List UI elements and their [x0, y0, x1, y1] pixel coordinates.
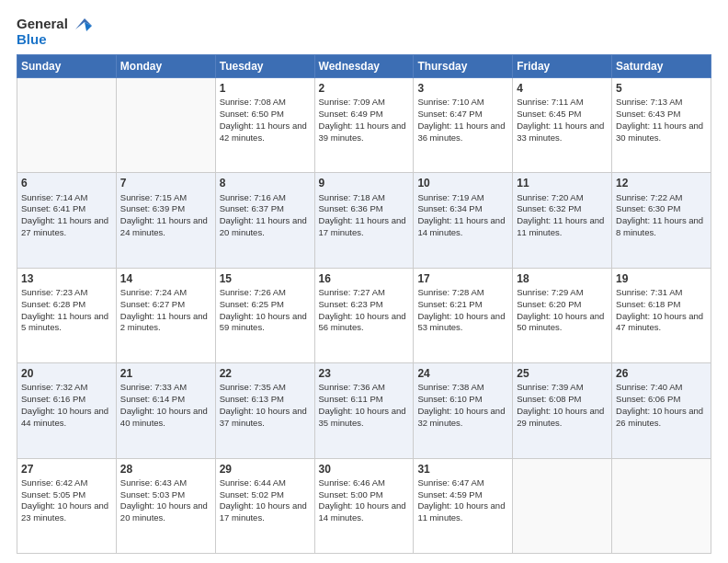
week-row-2: 6Sunrise: 7:14 AM Sunset: 6:41 PM Daylig… — [17, 173, 711, 268]
day-info: Sunrise: 7:38 AM Sunset: 6:10 PM Dayligh… — [417, 382, 508, 429]
calendar-cell — [116, 78, 215, 173]
day-number: 16 — [319, 271, 410, 286]
calendar-cell: 20Sunrise: 7:32 AM Sunset: 6:16 PM Dayli… — [17, 363, 117, 458]
calendar-cell: 7Sunrise: 7:15 AM Sunset: 6:39 PM Daylig… — [116, 173, 215, 268]
calendar-cell: 13Sunrise: 7:23 AM Sunset: 6:28 PM Dayli… — [17, 268, 117, 362]
day-number: 15 — [220, 271, 311, 286]
calendar-header-row: SundayMondayTuesdayWednesdayThursdayFrid… — [17, 55, 711, 78]
calendar-cell: 15Sunrise: 7:26 AM Sunset: 6:25 PM Dayli… — [215, 268, 314, 362]
calendar-cell: 29Sunrise: 6:44 AM Sunset: 5:02 PM Dayli… — [215, 458, 314, 553]
day-number: 9 — [319, 176, 410, 190]
calendar-cell: 1Sunrise: 7:08 AM Sunset: 6:50 PM Daylig… — [215, 78, 314, 173]
calendar-cell: 4Sunrise: 7:11 AM Sunset: 6:45 PM Daylig… — [513, 78, 612, 173]
day-number: 30 — [319, 462, 410, 477]
day-info: Sunrise: 6:44 AM Sunset: 5:02 PM Dayligh… — [220, 477, 311, 524]
day-info: Sunrise: 7:29 AM Sunset: 6:20 PM Dayligh… — [517, 287, 608, 334]
page: General Blue SundayMondayTuesdayWednesda… — [0, 0, 728, 563]
calendar-cell: 6Sunrise: 7:14 AM Sunset: 6:41 PM Daylig… — [17, 173, 117, 268]
calendar-cell — [612, 458, 711, 553]
day-info: Sunrise: 7:31 AM Sunset: 6:18 PM Dayligh… — [616, 287, 707, 334]
col-header-monday: Monday — [116, 55, 215, 78]
calendar-cell: 28Sunrise: 6:43 AM Sunset: 5:03 PM Dayli… — [116, 458, 215, 553]
day-number: 13 — [21, 271, 112, 286]
week-row-3: 13Sunrise: 7:23 AM Sunset: 6:28 PM Dayli… — [17, 268, 711, 362]
logo-general: General — [17, 17, 94, 32]
calendar-cell: 14Sunrise: 7:24 AM Sunset: 6:27 PM Dayli… — [116, 268, 215, 362]
day-info: Sunrise: 7:28 AM Sunset: 6:21 PM Dayligh… — [417, 287, 508, 334]
col-header-tuesday: Tuesday — [215, 55, 314, 78]
calendar-cell: 18Sunrise: 7:29 AM Sunset: 6:20 PM Dayli… — [513, 268, 612, 362]
day-info: Sunrise: 7:10 AM Sunset: 6:47 PM Dayligh… — [417, 97, 508, 144]
calendar-cell: 25Sunrise: 7:39 AM Sunset: 6:08 PM Dayli… — [513, 363, 612, 458]
day-info: Sunrise: 7:36 AM Sunset: 6:11 PM Dayligh… — [319, 382, 410, 429]
col-header-thursday: Thursday — [414, 55, 513, 78]
calendar-cell: 5Sunrise: 7:13 AM Sunset: 6:43 PM Daylig… — [612, 78, 711, 173]
col-header-friday: Friday — [513, 55, 612, 78]
day-info: Sunrise: 7:09 AM Sunset: 6:49 PM Dayligh… — [319, 97, 410, 144]
calendar-cell: 12Sunrise: 7:22 AM Sunset: 6:30 PM Dayli… — [612, 173, 711, 268]
calendar-cell: 8Sunrise: 7:16 AM Sunset: 6:37 PM Daylig… — [215, 173, 314, 268]
day-info: Sunrise: 7:39 AM Sunset: 6:08 PM Dayligh… — [517, 382, 608, 429]
calendar-cell: 9Sunrise: 7:18 AM Sunset: 6:36 PM Daylig… — [314, 173, 414, 268]
logo-bird-icon — [74, 18, 94, 31]
calendar-cell: 24Sunrise: 7:38 AM Sunset: 6:10 PM Dayli… — [414, 363, 513, 458]
day-number: 14 — [120, 271, 211, 286]
day-info: Sunrise: 7:40 AM Sunset: 6:06 PM Dayligh… — [616, 382, 707, 429]
day-number: 7 — [120, 176, 211, 190]
day-number: 23 — [319, 366, 410, 381]
calendar-cell — [17, 78, 117, 173]
day-info: Sunrise: 7:33 AM Sunset: 6:14 PM Dayligh… — [120, 382, 211, 429]
day-info: Sunrise: 7:16 AM Sunset: 6:37 PM Dayligh… — [220, 192, 311, 239]
calendar-cell: 21Sunrise: 7:33 AM Sunset: 6:14 PM Dayli… — [116, 363, 215, 458]
calendar-cell: 23Sunrise: 7:36 AM Sunset: 6:11 PM Dayli… — [314, 363, 414, 458]
calendar-cell: 26Sunrise: 7:40 AM Sunset: 6:06 PM Dayli… — [612, 363, 711, 458]
day-number: 8 — [220, 176, 311, 190]
day-number: 12 — [616, 176, 707, 190]
day-info: Sunrise: 7:23 AM Sunset: 6:28 PM Dayligh… — [21, 287, 112, 334]
day-info: Sunrise: 7:08 AM Sunset: 6:50 PM Dayligh… — [220, 97, 311, 144]
day-number: 1 — [220, 81, 311, 96]
day-info: Sunrise: 7:14 AM Sunset: 6:41 PM Dayligh… — [21, 192, 112, 239]
header: General Blue — [17, 17, 711, 47]
day-number: 5 — [616, 81, 707, 96]
calendar-cell: 22Sunrise: 7:35 AM Sunset: 6:13 PM Dayli… — [215, 363, 314, 458]
day-info: Sunrise: 7:19 AM Sunset: 6:34 PM Dayligh… — [417, 192, 508, 239]
day-info: Sunrise: 7:32 AM Sunset: 6:16 PM Dayligh… — [21, 382, 112, 429]
logo-blue: Blue — [17, 32, 47, 48]
calendar-cell: 10Sunrise: 7:19 AM Sunset: 6:34 PM Dayli… — [414, 173, 513, 268]
calendar-cell — [513, 458, 612, 553]
day-info: Sunrise: 6:43 AM Sunset: 5:03 PM Dayligh… — [120, 477, 211, 524]
day-number: 18 — [517, 271, 608, 286]
calendar-cell: 17Sunrise: 7:28 AM Sunset: 6:21 PM Dayli… — [414, 268, 513, 362]
day-number: 10 — [417, 176, 508, 190]
day-info: Sunrise: 7:24 AM Sunset: 6:27 PM Dayligh… — [120, 287, 211, 334]
calendar-table: SundayMondayTuesdayWednesdayThursdayFrid… — [17, 54, 711, 554]
day-info: Sunrise: 7:26 AM Sunset: 6:25 PM Dayligh… — [220, 287, 311, 334]
day-info: Sunrise: 7:15 AM Sunset: 6:39 PM Dayligh… — [120, 192, 211, 239]
calendar-cell: 2Sunrise: 7:09 AM Sunset: 6:49 PM Daylig… — [314, 78, 414, 173]
day-info: Sunrise: 7:22 AM Sunset: 6:30 PM Dayligh… — [616, 192, 707, 239]
col-header-sunday: Sunday — [17, 55, 117, 78]
day-number: 6 — [21, 176, 112, 190]
calendar-cell: 3Sunrise: 7:10 AM Sunset: 6:47 PM Daylig… — [414, 78, 513, 173]
day-info: Sunrise: 7:35 AM Sunset: 6:13 PM Dayligh… — [220, 382, 311, 429]
logo: General Blue — [17, 17, 94, 47]
day-number: 24 — [417, 366, 508, 381]
week-row-4: 20Sunrise: 7:32 AM Sunset: 6:16 PM Dayli… — [17, 363, 711, 458]
week-row-5: 27Sunrise: 6:42 AM Sunset: 5:05 PM Dayli… — [17, 458, 711, 553]
day-number: 19 — [616, 271, 707, 286]
calendar-cell: 16Sunrise: 7:27 AM Sunset: 6:23 PM Dayli… — [314, 268, 414, 362]
calendar-cell: 30Sunrise: 6:46 AM Sunset: 5:00 PM Dayli… — [314, 458, 414, 553]
day-info: Sunrise: 6:46 AM Sunset: 5:00 PM Dayligh… — [319, 477, 410, 524]
day-info: Sunrise: 7:13 AM Sunset: 6:43 PM Dayligh… — [616, 97, 707, 144]
day-number: 28 — [120, 462, 211, 477]
col-header-wednesday: Wednesday — [314, 55, 414, 78]
day-number: 2 — [319, 81, 410, 96]
day-info: Sunrise: 6:47 AM Sunset: 4:59 PM Dayligh… — [417, 477, 508, 524]
day-number: 20 — [21, 366, 112, 381]
day-number: 29 — [220, 462, 311, 477]
day-info: Sunrise: 7:20 AM Sunset: 6:32 PM Dayligh… — [517, 192, 608, 239]
day-info: Sunrise: 7:11 AM Sunset: 6:45 PM Dayligh… — [517, 97, 608, 144]
day-number: 17 — [417, 271, 508, 286]
week-row-1: 1Sunrise: 7:08 AM Sunset: 6:50 PM Daylig… — [17, 78, 711, 173]
